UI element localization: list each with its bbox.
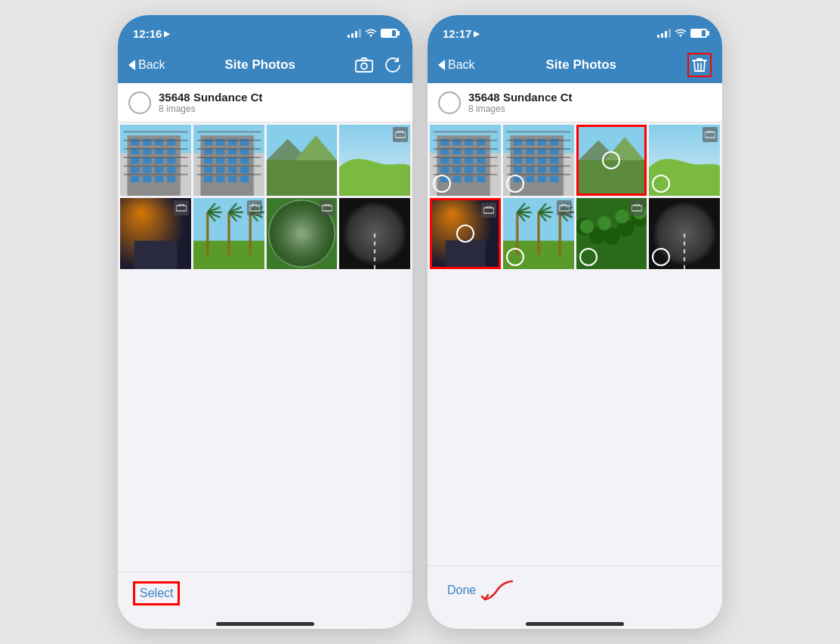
svg-rect-9 bbox=[632, 206, 642, 211]
chevron-left-icon-right bbox=[438, 60, 445, 70]
svg-rect-5 bbox=[322, 206, 332, 211]
location-header-left: 35648 Sundance Ct 8 images bbox=[118, 83, 412, 122]
time-left: 12:16 ▶ bbox=[133, 27, 170, 40]
status-bar-right: 12:17 ▶ bbox=[428, 15, 722, 47]
select-button[interactable]: Select bbox=[133, 581, 180, 605]
svg-rect-4 bbox=[249, 206, 260, 211]
battery-icon-right bbox=[690, 29, 707, 38]
panorama-badge-r5 bbox=[481, 203, 496, 218]
panorama-badge-4 bbox=[393, 127, 408, 142]
done-button[interactable]: Done bbox=[443, 575, 518, 605]
svg-rect-0 bbox=[356, 60, 372, 72]
nav-right-left bbox=[355, 56, 402, 74]
refresh-button[interactable] bbox=[384, 56, 402, 74]
photo-grid-right bbox=[428, 122, 722, 271]
nav-title-left: Site Photos bbox=[225, 57, 296, 73]
svg-rect-7 bbox=[483, 208, 494, 213]
selection-circle-5 bbox=[456, 224, 474, 243]
chevron-left-icon bbox=[128, 60, 135, 70]
back-button-right[interactable]: Back bbox=[438, 58, 475, 72]
photo-scroll-right[interactable] bbox=[428, 122, 722, 565]
photo-1[interactable] bbox=[120, 125, 191, 196]
photo-grid-left bbox=[118, 122, 412, 271]
photo-scroll-left[interactable] bbox=[118, 122, 412, 571]
status-icons-right bbox=[657, 29, 707, 38]
panorama-badge-r6 bbox=[557, 200, 572, 215]
rphoto-4[interactable] bbox=[649, 125, 720, 196]
selection-circle-8 bbox=[652, 248, 670, 266]
panorama-badge-7 bbox=[320, 200, 335, 215]
photo-2[interactable] bbox=[193, 125, 264, 196]
wifi-icon-right bbox=[675, 29, 687, 38]
trash-button[interactable] bbox=[690, 56, 709, 74]
photo-5[interactable] bbox=[120, 198, 191, 269]
rphoto-1[interactable] bbox=[430, 125, 501, 196]
location-arrow-icon: ▶ bbox=[164, 29, 170, 38]
rphoto-7[interactable] bbox=[576, 198, 647, 269]
svg-rect-6 bbox=[705, 132, 715, 138]
location-circle-left bbox=[128, 91, 151, 114]
photo-7[interactable] bbox=[267, 198, 338, 269]
status-bar-left: 12:16 ▶ bbox=[118, 15, 412, 47]
svg-rect-2 bbox=[395, 132, 406, 138]
nav-bar-right: Back Site Photos bbox=[428, 47, 722, 83]
rphoto-6[interactable] bbox=[503, 198, 574, 269]
location-circle-right bbox=[438, 91, 461, 114]
selection-circle-2 bbox=[506, 175, 524, 193]
photo-4[interactable] bbox=[339, 125, 410, 196]
nav-bar-left: Back Site Photos bbox=[118, 47, 412, 83]
rphoto-5[interactable] bbox=[430, 198, 501, 269]
phone-left: 12:16 ▶ Back bbox=[118, 15, 412, 629]
selection-circle-6 bbox=[506, 248, 524, 266]
nav-right-right bbox=[687, 53, 712, 77]
status-icons-left bbox=[347, 29, 397, 38]
location-header-right: 35648 Sundance Ct 8 images bbox=[428, 83, 722, 122]
rphoto-3[interactable] bbox=[576, 125, 647, 196]
battery-icon bbox=[381, 29, 397, 38]
svg-rect-3 bbox=[176, 206, 187, 211]
home-indicator-left bbox=[216, 622, 314, 626]
nav-title-right: Site Photos bbox=[546, 57, 617, 73]
home-indicator-right bbox=[526, 622, 624, 626]
rphoto-2[interactable] bbox=[503, 125, 574, 196]
location-info-right: 35648 Sundance Ct 8 images bbox=[468, 91, 573, 114]
bottom-bar-left: Select bbox=[118, 571, 412, 618]
signal-icon-right bbox=[657, 29, 671, 38]
delete-button-wrapper bbox=[687, 53, 712, 77]
location-arrow-icon-right: ▶ bbox=[474, 29, 480, 38]
bottom-bar-right: Done bbox=[428, 565, 722, 618]
time-right: 12:17 ▶ bbox=[443, 27, 480, 40]
panorama-badge-5 bbox=[174, 200, 189, 215]
photo-8[interactable] bbox=[339, 198, 410, 269]
wifi-icon bbox=[365, 29, 377, 38]
arrow-icon bbox=[480, 578, 514, 602]
svg-point-1 bbox=[361, 63, 367, 70]
selection-circle-4 bbox=[652, 175, 670, 193]
photo-6[interactable] bbox=[193, 198, 264, 269]
signal-icon bbox=[347, 29, 361, 38]
selection-circle-1 bbox=[433, 175, 451, 193]
back-button-left[interactable]: Back bbox=[128, 58, 165, 72]
svg-rect-8 bbox=[559, 206, 570, 211]
selection-circle-3 bbox=[602, 151, 620, 169]
panorama-badge-r7 bbox=[629, 200, 644, 215]
location-info-left: 35648 Sundance Ct 8 images bbox=[159, 91, 263, 114]
camera-button[interactable] bbox=[355, 56, 373, 74]
selection-circle-7 bbox=[579, 248, 598, 266]
panorama-badge-6 bbox=[247, 200, 262, 215]
rphoto-8[interactable] bbox=[649, 198, 720, 269]
phone-right: 12:17 ▶ Back bbox=[428, 15, 722, 629]
photo-3[interactable] bbox=[267, 125, 338, 196]
panorama-badge-r4 bbox=[703, 127, 718, 142]
